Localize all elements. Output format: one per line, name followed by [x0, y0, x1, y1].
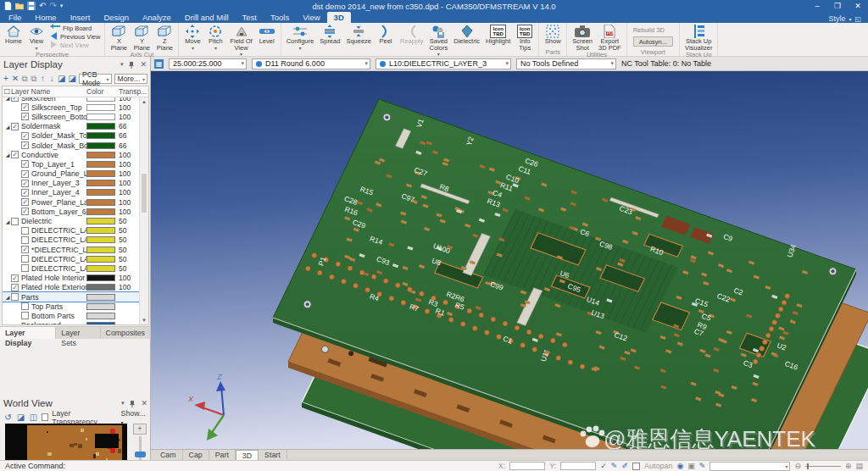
tab-layer-display[interactable]: Layer Display — [0, 327, 56, 339]
layer-visibility-checkbox[interactable]: ✓ — [11, 123, 19, 130]
layer-row-dielectric-layer-2[interactable]: DIELECTRIC_LAYER_250 — [3, 236, 139, 245]
layer-color-swatch[interactable] — [86, 180, 115, 186]
save-icon[interactable] — [27, 2, 36, 10]
layer-visibility-checkbox[interactable]: ✓ — [21, 180, 29, 187]
layer-set2-icon[interactable]: ◪ — [69, 74, 76, 84]
screen-icon[interactable]: ▤ — [855, 462, 863, 470]
saved-colors-button[interactable]: Saved Colors ▾ — [427, 24, 451, 57]
tab-composites[interactable]: Composites — [101, 327, 151, 339]
open-file-icon[interactable] — [15, 2, 24, 10]
layer-color-swatch[interactable] — [86, 199, 115, 206]
spread-button[interactable]: Spread — [317, 24, 342, 57]
layer-row-power-plane-layer-5[interactable]: ✓Power_Plane_Layer_5100 — [3, 197, 139, 207]
copy-icon[interactable]: ⧉ — [21, 74, 28, 84]
menu-item-3d[interactable]: 3D — [327, 12, 351, 23]
tools-combo[interactable]: No Tools Defined▾ — [516, 58, 616, 69]
layer-visibility-checkbox[interactable]: ✓ — [11, 274, 19, 282]
rotate-view-icon[interactable]: ↺ — [3, 413, 13, 423]
layer-color-swatch[interactable] — [86, 170, 115, 177]
menu-item-analyze[interactable]: Analyze — [136, 12, 178, 23]
autosyn--button[interactable]: Autosyn... — [633, 36, 673, 47]
layer-visibility-checkbox[interactable] — [21, 227, 29, 235]
layer-color-swatch[interactable] — [86, 114, 115, 120]
layer-visibility-checkbox[interactable]: ✓ — [11, 151, 19, 158]
pick-tool-icon[interactable]: ✐ — [621, 462, 628, 470]
layer-color-swatch[interactable] — [86, 247, 115, 253]
layer-row-plated-hole-interior[interactable]: ✓Plated Hole Interior100 — [3, 274, 139, 283]
pen-tool-icon[interactable]: ✎ — [611, 462, 618, 470]
y-coordinate-field[interactable] — [560, 462, 596, 470]
layer-visibility-checkbox[interactable]: ✓ — [11, 284, 19, 291]
layer-visibility-checkbox[interactable]: ✓ — [21, 141, 29, 149]
layer-set-icon[interactable]: ◪ — [58, 74, 65, 84]
layer-color-swatch[interactable] — [86, 104, 115, 111]
scrollbar-thumb[interactable] — [142, 174, 147, 213]
undo-icon[interactable]: ↶ — [39, 2, 46, 10]
squeeze-button[interactable]: Squeeze — [343, 24, 374, 57]
move-button[interactable]: Move ▾ — [181, 24, 203, 57]
layer-color-swatch[interactable] — [86, 152, 115, 158]
viewport-3d[interactable]: V1Y2C26C11C10R11C4R13C23C9U34C6C98R10C27… — [151, 71, 868, 449]
layer-front-icon[interactable]: ◪ — [16, 413, 25, 423]
layer-visibility-checkbox[interactable] — [11, 218, 19, 225]
pin-icon[interactable] — [128, 61, 135, 69]
zoom-slider[interactable] — [805, 466, 841, 467]
layer-row-bottom-parts[interactable]: Bottom Parts — [3, 311, 139, 320]
style-selector[interactable]: Style ▾ ◱ — [828, 14, 868, 23]
flip-board-button[interactable]: Flip Board — [50, 25, 100, 32]
layer-visibility-checkbox[interactable]: ✓ — [11, 97, 19, 102]
scroll-down-icon[interactable]: ▼ — [140, 316, 148, 324]
z-plane-button[interactable]: Z Plane — [153, 24, 175, 51]
maximize-icon[interactable]: ❐ — [827, 0, 848, 12]
field-of-view-button[interactable]: Field Of View ▾ — [227, 24, 254, 57]
dcode-combo[interactable]: D11 Round 6.000▾ — [252, 58, 370, 69]
customize-icon[interactable]: ▾ — [60, 2, 64, 10]
more-combo[interactable]: More...▾ — [114, 74, 147, 84]
layer-visibility-checkbox[interactable]: ✓ — [21, 208, 29, 215]
layer-row-silkscreen-top[interactable]: ✓Silkscreen_Top100 — [3, 103, 139, 112]
zoom-in-icon[interactable]: ⊕ — [845, 462, 852, 470]
layer-color-swatch[interactable] — [86, 256, 115, 263]
layer-visibility-checkbox[interactable] — [11, 293, 19, 301]
expander-icon[interactable]: ◢ — [4, 152, 11, 158]
close-icon[interactable]: ✕ — [141, 399, 147, 407]
layer-color-swatch[interactable] — [86, 218, 115, 224]
layer-row-silkscreen-bottom[interactable]: ✓Silkscreen_Bottom100 — [3, 112, 139, 121]
ribbon-collapse-icon[interactable]: ◱ — [854, 15, 861, 23]
layer-color-swatch[interactable] — [86, 189, 115, 196]
expander-icon[interactable]: ◢ — [4, 124, 11, 130]
add-layer-icon[interactable]: + — [3, 74, 9, 84]
close-icon[interactable]: ✕ — [140, 60, 147, 69]
tab-layer-sets[interactable]: Layer Sets — [56, 327, 100, 339]
layer-row--dielectric-layer-3[interactable]: ✓*DIELECTRIC_LAYER_350 — [3, 245, 139, 254]
menu-item-insert[interactable]: Insert — [64, 12, 97, 23]
workspace-tab-cam[interactable]: Cam — [154, 450, 183, 460]
layer-visibility-checkbox[interactable] — [21, 302, 29, 310]
layer-back-icon[interactable]: ◫ — [29, 413, 38, 423]
pcb-mode-combo[interactable]: PCB Mode▾ — [79, 74, 112, 84]
layer-row-bottom-layer-6[interactable]: ✓Bottom_Layer_6100 — [3, 207, 139, 216]
minimize-icon[interactable]: – — [807, 0, 827, 12]
layer-row-ground-plane-layer-2[interactable]: ✓Ground_Plane_Layer_2100 — [3, 169, 139, 179]
layer-visibility-checkbox[interactable] — [21, 255, 29, 263]
x-coordinate-field[interactable] — [509, 462, 545, 470]
layer-color-swatch[interactable] — [86, 123, 115, 130]
view-button[interactable]: View ▾ — [25, 24, 47, 51]
frame-icon[interactable]: ▣ — [687, 462, 695, 470]
layer-row-dielectric[interactable]: ◢Dielectric50 — [3, 216, 139, 225]
layer-color-swatch[interactable] — [86, 313, 115, 319]
panel-menu-icon[interactable]: ▾ — [121, 400, 125, 407]
move-down-icon[interactable]: ↓ — [48, 74, 55, 84]
layer-color-swatch[interactable] — [86, 284, 115, 291]
layer-color-swatch[interactable] — [86, 97, 115, 102]
layer-transparency-checkbox[interactable] — [42, 413, 48, 421]
layer-color-swatch[interactable] — [86, 161, 115, 168]
layer-color-swatch[interactable] — [86, 265, 115, 272]
panel-menu-icon[interactable]: ▾ — [120, 61, 124, 68]
pin-icon[interactable] — [129, 400, 136, 407]
previous-view-button[interactable]: Previous View — [50, 33, 100, 41]
menu-item-drill-and-mill[interactable]: Drill and Mill — [178, 12, 236, 23]
redo-icon[interactable]: ↷ — [49, 2, 56, 10]
menu-item-view[interactable]: View — [296, 12, 326, 23]
layer-visibility-checkbox[interactable]: ✓ — [21, 170, 29, 178]
